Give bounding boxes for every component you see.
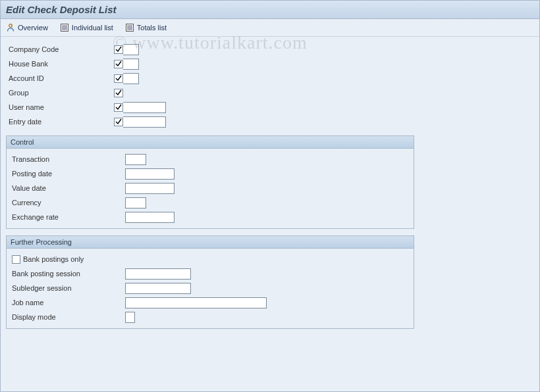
svg-point-0 <box>9 24 13 28</box>
display-mode-input[interactable] <box>125 312 135 323</box>
posting-date-input[interactable] <box>125 168 175 180</box>
control-group: Control Transaction Posting date Value d… <box>6 135 414 229</box>
entry-date-label: Entry date <box>9 118 114 126</box>
company-code-row: Company Code <box>6 42 534 57</box>
group-label: Group <box>9 89 114 97</box>
bank-postings-only-row: Bank postings only <box>9 252 411 266</box>
account-id-label: Account ID <box>9 74 114 82</box>
account-id-row: Account ID <box>6 71 534 86</box>
user-name-input[interactable] <box>123 102 166 113</box>
user-name-checkbox[interactable] <box>114 103 123 112</box>
value-date-row: Value date <box>9 181 411 195</box>
entry-date-checkbox[interactable] <box>114 118 123 126</box>
currency-label: Currency <box>12 199 125 207</box>
transaction-input[interactable] <box>125 154 146 165</box>
exchange-rate-label: Exchange rate <box>12 213 125 221</box>
user-name-row: User name <box>6 100 534 114</box>
person-icon <box>6 23 15 32</box>
value-date-label: Value date <box>12 184 125 192</box>
posting-date-row: Posting date <box>9 166 411 181</box>
subledger-session-label: Subledger session <box>12 284 125 292</box>
totals-list-button[interactable]: Totals list <box>125 23 167 32</box>
company-code-checkbox[interactable] <box>114 45 123 54</box>
account-id-checkbox[interactable] <box>114 74 123 83</box>
currency-row: Currency <box>9 195 411 210</box>
user-name-label: User name <box>9 103 114 111</box>
display-mode-label: Display mode <box>12 313 125 321</box>
further-processing-header: Further Processing <box>7 236 414 249</box>
individual-list-label: Individual list <box>72 24 113 32</box>
bank-posting-session-label: Bank posting session <box>12 270 125 278</box>
overview-label: Overview <box>18 24 48 32</box>
overview-button[interactable]: Overview <box>6 23 48 32</box>
transaction-label: Transaction <box>12 155 125 163</box>
company-code-input[interactable] <box>123 44 139 55</box>
house-bank-checkbox[interactable] <box>114 60 123 68</box>
currency-input[interactable] <box>125 197 146 208</box>
svg-rect-1 <box>61 24 68 32</box>
house-bank-label: House Bank <box>9 60 114 68</box>
toolbar: Overview Individual list Totals list <box>1 19 539 37</box>
job-name-row: Job name <box>9 295 411 310</box>
subledger-session-row: Subledger session <box>9 281 411 295</box>
job-name-input[interactable] <box>125 297 267 308</box>
account-id-input[interactable] <box>123 73 139 84</box>
control-header: Control <box>7 136 414 149</box>
bank-postings-only-label: Bank postings only <box>23 255 84 263</box>
bank-posting-session-input[interactable] <box>125 268 191 280</box>
house-bank-row: House Bank <box>6 57 534 71</box>
entry-date-row: Entry date <box>6 114 534 129</box>
posting-date-label: Posting date <box>12 170 125 178</box>
svg-rect-6 <box>126 24 133 32</box>
transaction-row: Transaction <box>9 152 411 166</box>
totals-list-label: Totals list <box>137 24 167 32</box>
individual-list-button[interactable]: Individual list <box>60 23 113 32</box>
exchange-rate-input[interactable] <box>125 212 175 223</box>
subledger-session-input[interactable] <box>125 283 191 294</box>
bank-posting-session-row: Bank posting session <box>9 266 411 281</box>
value-date-input[interactable] <box>125 183 175 194</box>
house-bank-input[interactable] <box>123 59 139 70</box>
bank-postings-only-checkbox[interactable] <box>12 255 20 264</box>
title-bar: Edit Check Deposit List <box>1 1 539 19</box>
company-code-label: Company Code <box>9 45 114 53</box>
content-area: Company Code House Bank Account ID Group… <box>1 37 539 334</box>
exchange-rate-row: Exchange rate <box>9 210 411 224</box>
entry-date-input[interactable] <box>123 116 166 128</box>
display-mode-row: Display mode <box>9 310 411 324</box>
list-icon <box>60 23 69 32</box>
page-title: Edit Check Deposit List <box>6 4 117 15</box>
further-processing-group: Further Processing Bank postings only Ba… <box>6 235 414 329</box>
group-checkbox[interactable] <box>114 89 123 97</box>
list-icon <box>125 23 134 32</box>
group-row: Group <box>6 86 534 100</box>
job-name-label: Job name <box>12 299 125 306</box>
